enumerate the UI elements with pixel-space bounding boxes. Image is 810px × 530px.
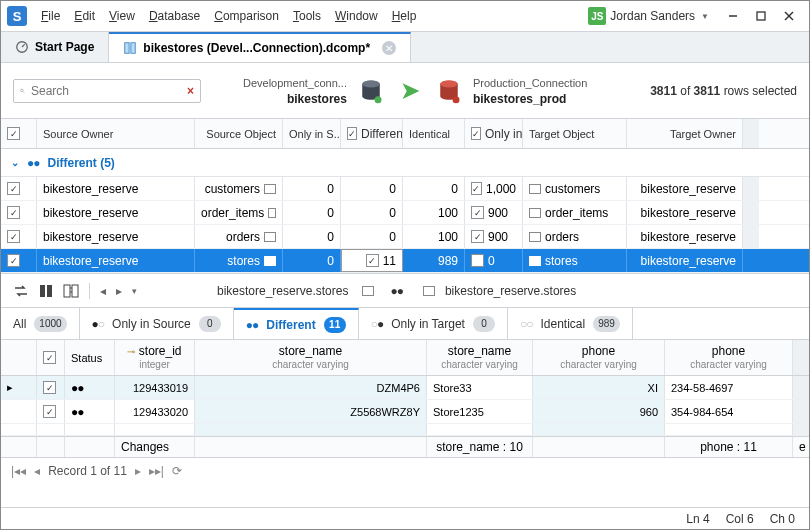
menu-view[interactable]: View — [103, 5, 141, 27]
nav-last-button[interactable]: ▸▸| — [149, 464, 164, 478]
database-target-icon — [435, 77, 463, 105]
svg-rect-6 — [125, 43, 129, 54]
detail-scrollbar[interactable] — [793, 340, 809, 375]
grid-header-source-object[interactable]: Source Object — [195, 119, 283, 148]
different-dots-icon: ●● — [27, 156, 40, 170]
grid-header-target-object[interactable]: Target Object — [523, 119, 627, 148]
detail-grid: Status ⊸ store_id integer store_namechar… — [1, 340, 809, 507]
svg-point-15 — [452, 96, 459, 103]
filter-all[interactable]: All1000 — [1, 308, 80, 339]
user-name[interactable]: Jordan Sanders — [610, 9, 695, 23]
nav-next-change-icon[interactable]: ▸ — [116, 284, 122, 298]
svg-rect-19 — [72, 285, 78, 297]
menu-comparison[interactable]: Comparison — [208, 5, 285, 27]
filter-only-target[interactable]: ○● Only in Target0 — [359, 308, 508, 339]
maximize-icon — [756, 11, 766, 21]
minimize-icon — [728, 11, 738, 21]
svg-rect-16 — [40, 285, 45, 297]
menu-tools[interactable]: Tools — [287, 5, 327, 27]
grid-header-different[interactable]: Different — [341, 119, 403, 148]
menu-edit[interactable]: Edit — [68, 5, 101, 27]
gauge-icon — [15, 40, 29, 54]
status-bar: Ln 4 Col 6 Ch 0 — [1, 507, 809, 529]
status-line: Ln 4 — [686, 512, 709, 526]
columns-icon[interactable] — [39, 284, 53, 298]
nav-record-label: Record 1 of 11 — [48, 464, 127, 478]
group-different[interactable]: ⌄ ●● Different (5) — [1, 149, 809, 177]
table-row[interactable]: bikestore_reservestores0119890storesbike… — [1, 249, 809, 273]
svg-point-8 — [21, 89, 23, 91]
grid-scrollbar[interactable] — [743, 119, 759, 148]
nav-refresh-button[interactable]: ⟳ — [172, 464, 182, 478]
source-db-name: bikestores — [287, 91, 347, 107]
compare-doc-icon — [123, 41, 137, 55]
grid-header-source-owner[interactable]: Source Owner — [37, 119, 195, 148]
table-icon — [423, 286, 435, 296]
tab-dcomp-label: bikestores (Devel...Connection).dcomp* — [143, 41, 370, 55]
search-box[interactable]: × — [13, 79, 201, 103]
detail-header-row: Status ⊸ store_id integer store_namechar… — [1, 340, 809, 376]
window-minimize-button[interactable] — [719, 6, 747, 26]
svg-point-11 — [362, 80, 380, 87]
table-row[interactable]: bikestore_reserveorder_items00100900orde… — [1, 201, 809, 225]
nav-caret-icon[interactable]: ▾ — [132, 286, 137, 296]
changes-summary-row: Changes store_name : 10 phone : 11 e — [1, 436, 809, 458]
menu-file[interactable]: File — [35, 5, 66, 27]
nav-prev-change-icon[interactable]: ◂ — [100, 284, 106, 298]
grid-header-only-source[interactable]: Only in S... — [283, 119, 341, 148]
compare-view-icon[interactable] — [63, 284, 79, 298]
detail-header-store-name-src[interactable]: store_namecharacter varying — [195, 340, 427, 375]
menu-database[interactable]: Database — [143, 5, 206, 27]
tab-close-button[interactable]: ✕ — [382, 41, 396, 55]
svg-point-12 — [374, 96, 381, 103]
table-icon — [362, 286, 374, 296]
detail-header-store-id[interactable]: ⊸ store_id integer — [115, 340, 195, 375]
diff-dots-icon: ●● — [390, 284, 403, 298]
user-menu-caret-icon[interactable]: ▼ — [701, 12, 709, 21]
detail-header-phone-src[interactable]: phonecharacter varying — [533, 340, 665, 375]
database-source-icon — [357, 77, 385, 105]
target-object-path: bikestore_reserve.stores — [445, 284, 576, 298]
search-input[interactable] — [31, 84, 181, 98]
grid-header-check[interactable] — [1, 119, 37, 148]
detail-row[interactable]: ●●129433020Z5568WRZ8YStore1235960354-984… — [1, 400, 809, 424]
group-expand-caret-icon[interactable]: ⌄ — [11, 157, 19, 168]
window-close-button[interactable] — [775, 6, 803, 26]
tab-dcomp-document[interactable]: bikestores (Devel...Connection).dcomp* ✕ — [109, 32, 411, 62]
window-maximize-button[interactable] — [747, 6, 775, 26]
filter-identical[interactable]: ○○ Identical989 — [508, 308, 633, 339]
nav-prev-button[interactable]: ◂ — [34, 464, 40, 478]
changes-label: Changes — [115, 437, 195, 457]
svg-rect-1 — [757, 12, 765, 20]
row-selection-stat: 3811 of 3811 rows selected — [650, 84, 797, 98]
nav-first-button[interactable]: |◂◂ — [11, 464, 26, 478]
document-tab-bar: Start Page bikestores (Devel...Connectio… — [1, 31, 809, 63]
menu-window[interactable]: Window — [329, 5, 384, 27]
target-conn-name: Production_Connection — [473, 75, 587, 91]
grid-header-only-target[interactable]: Only in T — [465, 119, 523, 148]
detail-header-status[interactable]: Status — [65, 340, 115, 375]
detail-header-store-name-tgt[interactable]: store_namecharacter varying — [427, 340, 533, 375]
title-bar: S File Edit View Database Comparison Too… — [1, 1, 809, 31]
group-different-label: Different (5) — [48, 156, 115, 170]
table-row[interactable]: bikestore_reserveorders00100900ordersbik… — [1, 225, 809, 249]
search-icon — [20, 85, 25, 97]
grid-header-target-owner[interactable]: Target Owner — [627, 119, 743, 148]
detail-check-all[interactable] — [43, 351, 56, 364]
grid-header-identical[interactable]: Identical — [403, 119, 465, 148]
record-navigator: |◂◂ ◂ Record 1 of 11 ▸ ▸▸| ⟳ — [1, 458, 809, 484]
table-row[interactable]: bikestore_reservecustomers0001,000custom… — [1, 177, 809, 201]
sync-action-icon[interactable] — [13, 284, 29, 298]
target-db-name: bikestores_prod — [473, 91, 566, 107]
filter-different[interactable]: ●● Different11 — [234, 308, 359, 339]
search-clear-button[interactable]: × — [187, 84, 194, 98]
detail-header-phone-tgt[interactable]: phonecharacter varying — [665, 340, 793, 375]
menu-help[interactable]: Help — [386, 5, 423, 27]
filter-only-source[interactable]: ●○ Only in Source0 — [80, 308, 234, 339]
changes-phone: phone : 11 — [665, 437, 793, 457]
close-icon — [784, 11, 794, 21]
detail-row[interactable]: ▸●●129433019DZM4P6Store33XI234-58-4697 — [1, 376, 809, 400]
sync-direction-arrow-icon: ➤ — [401, 78, 419, 104]
tab-start-page[interactable]: Start Page — [1, 32, 109, 62]
nav-next-button[interactable]: ▸ — [135, 464, 141, 478]
